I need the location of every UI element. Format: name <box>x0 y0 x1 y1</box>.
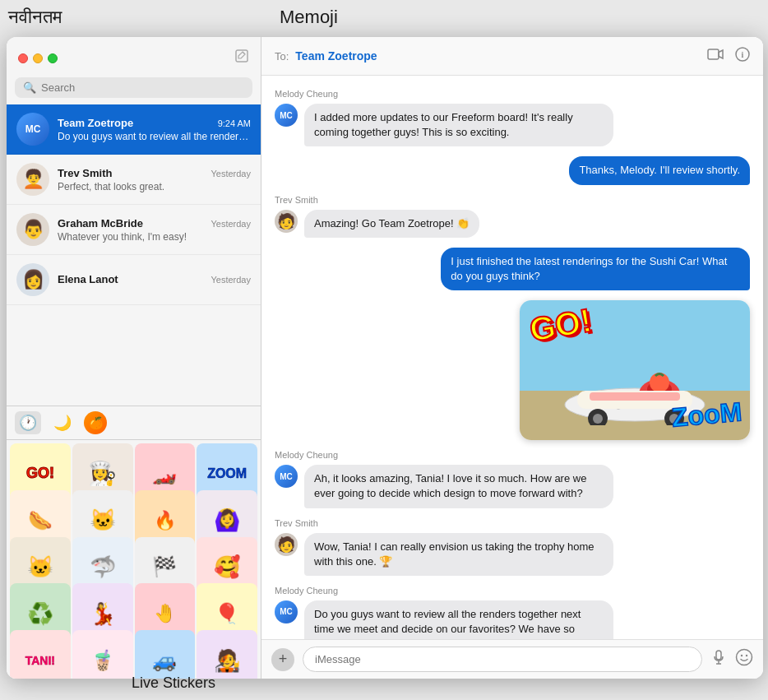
message-bubble: Amazing! Go Team Zoetrope! 👏 <box>304 210 479 238</box>
sticker-grid: GO! 👩‍🍳 🏎️ ZOOM 🌭 🐱 <box>7 440 261 679</box>
to-label: To: <box>275 50 289 63</box>
svg-point-18 <box>737 649 752 665</box>
conversation-preview: Whatever you think, I'm easy! <box>58 231 251 243</box>
sticker-tab-avatar[interactable]: 🍊 <box>84 411 107 434</box>
traffic-lights <box>18 53 58 63</box>
sticker-item[interactable]: 🚙 <box>135 630 196 679</box>
message-bubble: Thanks, Melody. I'll review shortly. <box>569 156 750 184</box>
svg-rect-15 <box>590 392 680 401</box>
sidebar-header <box>7 37 261 74</box>
conversation-time: Yesterday <box>211 219 251 229</box>
sender-name: Trev Smith <box>275 195 750 205</box>
sticker-item[interactable]: TANI! <box>10 630 71 679</box>
message-bubble: I just finished the latest renderings fo… <box>441 248 750 290</box>
sticker-tab-moon[interactable]: 🌙 <box>49 411 76 434</box>
conversation-name: Graham McBride <box>58 217 143 229</box>
conversation-time: Yesterday <box>211 169 251 178</box>
message-row: MC Do you guys want to review all the re… <box>275 600 750 639</box>
avatar: MC <box>275 600 298 624</box>
chat-area: To: Team Zoetrope i <box>261 37 763 679</box>
chat-recipient-name: Team Zoetrope <box>295 49 377 63</box>
message-row: MC I added more updates to our Freeform … <box>275 104 750 146</box>
avatar: 👨 <box>16 213 49 246</box>
conversation-time: 9:24 AM <box>218 118 251 128</box>
sidebar: 🔍 MC Team Zoetrope 9:24 AM Do you guys w… <box>7 37 261 679</box>
chat-messages: Melody Cheung MC I added more updates to… <box>261 76 763 639</box>
sticker-item[interactable]: 🧑‍🎤 <box>197 630 257 679</box>
message-group: Trev Smith 🧑 Amazing! Go Team Zoetrope! … <box>275 195 750 238</box>
recent-label: नवीनतम <box>8 7 62 28</box>
conversation-item[interactable]: 🧑‍🦱 Trev Smith Yesterday Perfect, that l… <box>7 155 261 205</box>
sender-name: Melody Cheung <box>275 450 750 460</box>
audio-record-icon[interactable] <box>710 649 727 670</box>
minimize-button[interactable] <box>33 53 43 63</box>
sticker-image: 5 GO! ZooM <box>520 300 750 440</box>
message-row: 🧑 Amazing! Go Team Zoetrope! 👏 <box>275 210 750 238</box>
sticker-tab-recent[interactable]: 🕐 <box>15 411 41 434</box>
add-attachment-button[interactable]: + <box>271 648 294 671</box>
conversation-list: MC Team Zoetrope 9:24 AM Do you guys wan… <box>7 104 261 406</box>
svg-point-9 <box>593 414 603 424</box>
search-bar[interactable]: 🔍 <box>15 77 252 98</box>
live-stickers-label: Live Stickers <box>132 675 215 692</box>
avatar: 🧑 <box>275 210 298 233</box>
svg-point-7 <box>650 373 669 392</box>
svg-rect-1 <box>708 49 719 59</box>
message-group: 5 GO! ZooM <box>275 300 750 440</box>
message-bubble: I added more updates to our Freeform boa… <box>304 104 613 146</box>
memoji-label: Memoji <box>280 7 338 28</box>
avatar: MC <box>275 465 298 488</box>
conversation-preview: Perfect, that looks great. <box>58 181 251 192</box>
message-row: I just finished the latest renderings fo… <box>275 248 750 290</box>
avatar: MC <box>16 113 49 146</box>
chat-input-area: + <box>261 639 763 679</box>
avatar: MC <box>275 104 298 127</box>
avatar: 🧑‍🦱 <box>16 163 49 196</box>
message-group: Thanks, Melody. I'll review shortly. <box>275 156 750 184</box>
conversation-name: Team Zoetrope <box>58 117 133 129</box>
compose-icon[interactable] <box>234 49 249 67</box>
video-call-icon[interactable] <box>707 49 724 63</box>
conversation-item[interactable]: 👩 Elena Lanot Yesterday <box>7 255 261 305</box>
conversation-name: Trev Smith <box>58 167 112 179</box>
message-group: Melody Cheung MC Do you guys want to rev… <box>275 586 750 639</box>
svg-rect-0 <box>236 50 248 62</box>
message-group: Melody Cheung MC I added more updates to… <box>275 89 750 146</box>
conversation-name: Elena Lanot <box>58 273 118 285</box>
avatar: 👩 <box>16 263 49 296</box>
search-input[interactable] <box>41 81 244 94</box>
message-group: Trev Smith 🧑 Wow, Tania! I can really en… <box>275 518 750 576</box>
conversation-info: Graham McBride Yesterday Whatever you th… <box>58 217 251 243</box>
info-icon[interactable]: i <box>735 47 750 65</box>
conversation-info: Elena Lanot Yesterday <box>58 273 251 287</box>
conversation-item[interactable]: 👨 Graham McBride Yesterday Whatever you … <box>7 205 261 255</box>
messages-window: 🔍 MC Team Zoetrope 9:24 AM Do you guys w… <box>7 37 763 679</box>
message-bubble: Do you guys want to review all the rende… <box>304 600 613 639</box>
zoom-sticker: ZooM <box>670 396 743 433</box>
message-input[interactable] <box>303 647 702 672</box>
close-button[interactable] <box>18 53 28 63</box>
sender-name: Melody Cheung <box>275 89 750 99</box>
chat-header: To: Team Zoetrope i <box>261 37 763 76</box>
message-row: Thanks, Melody. I'll review shortly. <box>275 156 750 184</box>
avatar: 🧑 <box>275 533 298 556</box>
sticker-item[interactable]: 🧋 <box>72 630 133 679</box>
sticker-tabs: 🕐 🌙 🍊 <box>7 406 261 440</box>
sticker-panel: 🕐 🌙 🍊 GO! 👩‍🍳 🏎️ ZOOM <box>7 406 261 679</box>
conversation-info: Team Zoetrope 9:24 AM Do you guys want t… <box>58 117 251 142</box>
message-bubble: Ah, it looks amazing, Tania! I love it s… <box>304 465 613 508</box>
search-icon: 🔍 <box>23 81 36 94</box>
message-row: MC Ah, it looks amazing, Tania! I love i… <box>275 465 750 508</box>
emoji-picker-icon[interactable] <box>735 648 753 671</box>
conversation-item[interactable]: MC Team Zoetrope 9:24 AM Do you guys wan… <box>7 104 261 155</box>
fullscreen-button[interactable] <box>48 53 58 63</box>
message-group: I just finished the latest renderings fo… <box>275 248 750 290</box>
sender-name: Trev Smith <box>275 518 750 528</box>
svg-point-20 <box>746 654 747 656</box>
conversation-info: Trev Smith Yesterday Perfect, that looks… <box>58 167 251 192</box>
message-row: 5 GO! ZooM <box>275 300 750 440</box>
sender-name: Melody Cheung <box>275 586 750 596</box>
svg-text:i: i <box>742 50 744 59</box>
message-group: Melody Cheung MC Ah, it looks amazing, T… <box>275 450 750 508</box>
svg-point-19 <box>741 654 743 656</box>
